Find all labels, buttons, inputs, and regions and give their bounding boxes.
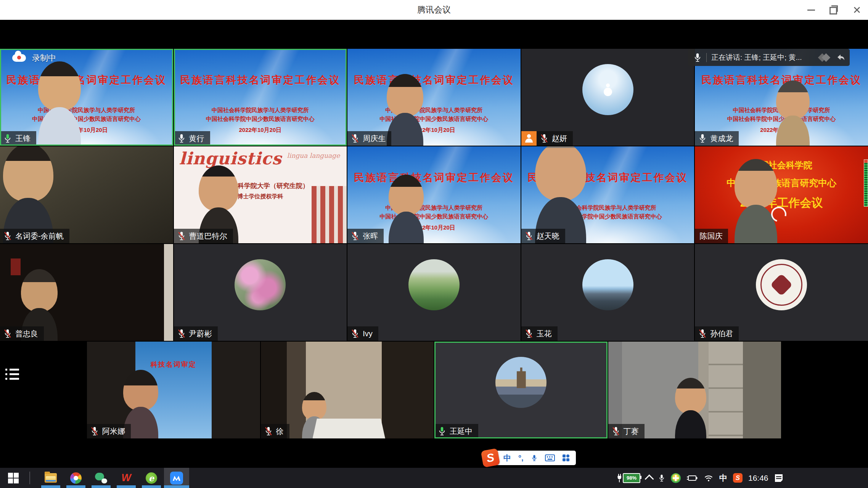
- name-label: 王锋: [0, 131, 36, 146]
- taskbar-wps[interactable]: W: [114, 468, 139, 488]
- avatar: [408, 259, 460, 310]
- name-label: 赵天晓: [521, 229, 565, 243]
- tray-sogou-icon[interactable]: S: [733, 473, 743, 483]
- mic-icon: [3, 133, 12, 143]
- name-label: 王延中: [434, 424, 478, 438]
- name-label: 尹蔚彬: [174, 326, 218, 341]
- participant-name: 周庆生: [363, 133, 386, 144]
- speaking-indicator-bar[interactable]: 正在讲话: 王锋; 王延中; 黄...: [688, 49, 850, 66]
- action-center-icon[interactable]: [774, 474, 783, 483]
- tile-xu[interactable]: 徐: [261, 342, 434, 438]
- participant-video: [675, 378, 706, 438]
- desk-papers: [313, 419, 385, 438]
- ime-punctuation-toggle[interactable]: °,: [518, 454, 524, 462]
- tile-chenguoqing[interactable]: 中国社会科学院 中国少数民族语言研究中心 2022年工作会议 陈国庆: [695, 146, 868, 243]
- system-tray: 98% 中 S 16:46: [617, 468, 783, 488]
- ime-language-toggle[interactable]: 中: [503, 453, 511, 463]
- participant-name: 王锋: [15, 133, 31, 144]
- mic-icon: [177, 329, 186, 339]
- name-label: 黄行: [174, 131, 210, 146]
- window-titlebar: 腾讯会议: [0, 0, 868, 20]
- ime-bar: 中 °,: [496, 451, 576, 465]
- tile-zhouqingsheng[interactable]: 民族语言科技名词审定工作会议 中国社会科学院民族学与人类学研究所 中国社会科学院…: [347, 49, 521, 146]
- collapse-arrow-icon[interactable]: [836, 53, 846, 62]
- video-grid-row-3: 普忠良 尹蔚彬 Ivy 玉花: [0, 244, 868, 341]
- member-list-button[interactable]: [5, 366, 20, 381]
- tile-puzhongliang[interactable]: 普忠良: [0, 244, 173, 341]
- tray-expand-chevron[interactable]: [646, 474, 653, 482]
- tray-power-icon[interactable]: [686, 475, 698, 482]
- audio-level-meter: [864, 159, 868, 207]
- window-title: 腾讯会议: [417, 4, 451, 16]
- tray-wifi-icon[interactable]: [704, 474, 714, 482]
- video-stage: 民族语言科技名词审定工作会议 中国社会科学院民族学与人类学研究所 中国社会科学院…: [0, 20, 868, 468]
- video-grid-row-2: 名词委-余前帆 linguistics lingua language 中国社会…: [0, 146, 868, 243]
- tile-zhaotianxiao[interactable]: 民族语言科技名词审定工作会议 中国社会科学院民族学与人类学研究所 中国社会科学院…: [521, 146, 694, 243]
- tile-yuhua[interactable]: 玉花: [521, 244, 694, 341]
- participant-name: 徐: [276, 426, 284, 437]
- avatar: [235, 259, 286, 310]
- tile-yuqianfan[interactable]: 名词委-余前帆: [0, 146, 173, 243]
- participant-name: 张晖: [363, 231, 378, 241]
- mic-icon: [612, 426, 620, 436]
- windows-logo-icon: [8, 473, 19, 483]
- ime-voice-icon[interactable]: [531, 454, 538, 462]
- participant-video: [38, 61, 81, 146]
- minimize-button[interactable]: [805, 4, 817, 16]
- tile-caodaobateer[interactable]: linguistics lingua language 中国社会科学院大学（研究…: [174, 146, 347, 243]
- mic-icon: [177, 231, 186, 241]
- window-controls: [805, 0, 863, 20]
- start-button[interactable]: [0, 468, 27, 488]
- mic-icon: [698, 133, 707, 143]
- tray-360-icon[interactable]: [671, 473, 681, 483]
- name-label: 徐: [261, 424, 289, 438]
- mic-icon: [525, 329, 533, 339]
- browser-icon: [70, 472, 82, 484]
- mic-icon: [351, 133, 359, 143]
- tile-ivy[interactable]: Ivy: [347, 244, 521, 341]
- participant-name: 玉花: [537, 329, 552, 339]
- tile-wangfeng[interactable]: 民族语言科技名词审定工作会议 中国社会科学院民族学与人类学研究所 中国社会科学院…: [0, 49, 173, 146]
- tile-yinweibin[interactable]: 尹蔚彬: [174, 244, 347, 341]
- clock[interactable]: 16:46: [748, 474, 768, 483]
- mic-icon: [525, 231, 533, 241]
- layout-switch-icon[interactable]: [818, 53, 831, 63]
- battery-indicator[interactable]: 98%: [617, 473, 640, 483]
- phone-user-badge: [521, 131, 537, 146]
- recording-indicator[interactable]: 录制中: [12, 53, 56, 63]
- tile-zhanghui[interactable]: 民族语言科技名词审定工作会议 中国社会科学院民族学与人类学研究所 中国社会科学院…: [347, 146, 521, 243]
- mic-icon: [177, 133, 186, 143]
- taskbar-tencent-meeting[interactable]: [164, 468, 189, 488]
- tray-mic-icon[interactable]: [658, 474, 665, 483]
- tile-amina[interactable]: 科技名词审定 阿米娜: [87, 342, 260, 438]
- taskbar-divider: [29, 472, 30, 484]
- participant-name: 赵妍: [552, 133, 567, 144]
- name-label: 丁赛: [608, 424, 645, 438]
- name-label: 孙伯君: [695, 326, 739, 341]
- name-label: 曹道巴特尔: [174, 229, 233, 243]
- tile-sunbojun[interactable]: 孙伯君: [695, 244, 868, 341]
- close-button[interactable]: [851, 4, 863, 16]
- taskbar-file-explorer[interactable]: [38, 468, 63, 488]
- name-label: 黄成龙: [695, 131, 739, 146]
- tile-wangyanzhong[interactable]: 王延中: [434, 342, 608, 438]
- ime-toolbox-icon[interactable]: [562, 454, 570, 462]
- avatar: [582, 64, 633, 115]
- slide-line: 中国社会科学院: [695, 159, 868, 171]
- name-label: 周庆生: [347, 131, 391, 146]
- tile-dingsai[interactable]: 丁赛: [608, 342, 781, 438]
- tray-input-language[interactable]: 中: [719, 473, 727, 483]
- name-label: Ivy: [347, 326, 378, 341]
- taskbar-ie-browser[interactable]: e: [139, 468, 164, 488]
- tile-huangxing[interactable]: 民族语言科技名词审定工作会议 中国社会科学院民族学与人类学研究所 中国社会科学院…: [174, 49, 347, 146]
- name-label: 名词委-余前帆: [0, 229, 69, 243]
- ime-keyboard-icon[interactable]: [545, 454, 555, 461]
- taskbar-wechat[interactable]: [88, 468, 114, 488]
- ie-browser-icon: e: [146, 472, 157, 484]
- sogou-logo-icon[interactable]: S: [481, 448, 500, 468]
- windows-taskbar: W e 98% 中: [0, 468, 868, 488]
- restore-button[interactable]: [828, 4, 840, 16]
- mic-icon: [351, 329, 359, 339]
- tile-zhaoyan[interactable]: 赵妍: [521, 49, 694, 146]
- taskbar-browser[interactable]: [63, 468, 88, 488]
